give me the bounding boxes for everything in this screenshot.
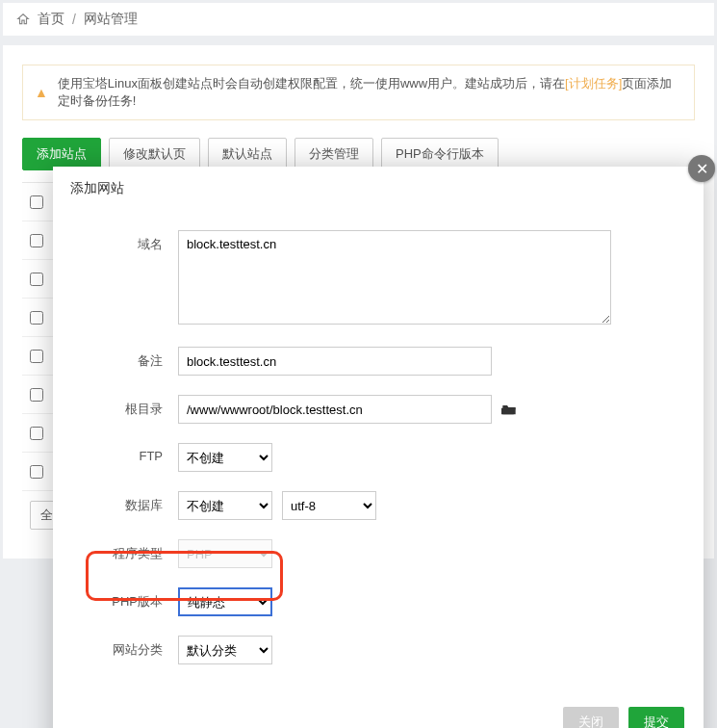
form-row-domain: 域名 [91, 230, 665, 327]
program-select: PHP [178, 539, 272, 568]
label-ftp: FTP [91, 443, 178, 463]
label-php: PHP版本 [91, 587, 178, 611]
form-row-database: 数据库 不创建 utf-8 [91, 491, 665, 520]
close-icon[interactable]: ✕ [688, 155, 715, 182]
folder-icon[interactable] [501, 403, 517, 416]
label-domain: 域名 [91, 230, 178, 253]
category-select[interactable]: 默认分类 [178, 636, 272, 664]
label-database: 数据库 [91, 491, 178, 514]
form-row-remark: 备注 [91, 347, 665, 376]
add-site-modal: ✕ 添加网站 域名 备注 根目录 FTP 不创建 [53, 167, 704, 728]
ftp-select[interactable]: 不创建 [178, 443, 272, 472]
form-row-program: 程序类型 PHP [91, 539, 665, 568]
charset-select[interactable]: utf-8 [282, 491, 376, 520]
close-button[interactable]: 关闭 [563, 707, 619, 728]
form-row-root: 根目录 [91, 395, 665, 424]
label-category: 网站分类 [91, 636, 178, 659]
php-version-select[interactable]: 纯静态 [178, 587, 272, 616]
modal-footer: 关闭 提交 [53, 693, 704, 728]
domain-textarea[interactable] [178, 230, 611, 325]
form-row-category: 网站分类 默认分类 [91, 636, 665, 664]
label-root: 根目录 [91, 395, 178, 418]
form-row-php: PHP版本 纯静态 [91, 587, 665, 616]
modal-body: 域名 备注 根目录 FTP 不创建 数据库 [53, 211, 704, 693]
modal-title: 添加网站 [53, 167, 704, 211]
label-remark: 备注 [91, 347, 178, 370]
root-input[interactable] [178, 395, 492, 424]
label-program: 程序类型 [91, 539, 178, 562]
remark-input[interactable] [178, 347, 492, 376]
submit-button[interactable]: 提交 [628, 707, 684, 728]
form-row-ftp: FTP 不创建 [91, 443, 665, 472]
database-select[interactable]: 不创建 [178, 491, 272, 520]
